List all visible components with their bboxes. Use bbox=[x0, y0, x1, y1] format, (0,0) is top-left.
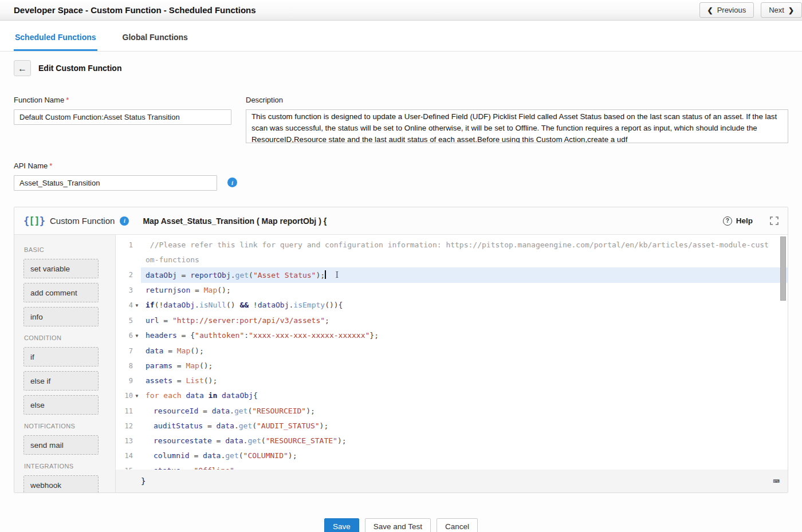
tool-set-variable[interactable]: set variable bbox=[23, 259, 99, 278]
tool-info[interactable]: info bbox=[23, 307, 99, 326]
fold-spacer bbox=[133, 448, 141, 463]
help-link[interactable]: Help bbox=[736, 216, 753, 225]
description-label: Description bbox=[246, 96, 788, 104]
tool-add-comment[interactable]: add comment bbox=[23, 283, 99, 302]
code-line-9[interactable]: 9assets = List(); bbox=[116, 373, 788, 388]
line-number-gutter: 1 bbox=[116, 238, 141, 267]
code-text[interactable]: url = "http://server:port/api/v3/assets"… bbox=[141, 313, 788, 328]
tool-if[interactable]: if bbox=[23, 347, 99, 367]
code-scroll-area[interactable]: 1 //Please refer this link for query and… bbox=[116, 235, 788, 470]
tool-else[interactable]: else bbox=[23, 395, 99, 415]
code-line-12[interactable]: 12auditStatus = data.get("AUDIT_STATUS")… bbox=[116, 419, 788, 434]
code-text[interactable]: headers = {"authtoken":"xxxx-xxx-xxx-xxx… bbox=[141, 328, 788, 344]
info-icon[interactable]: i bbox=[120, 216, 129, 226]
code-line-1[interactable]: 1 //Please refer this link for query and… bbox=[116, 238, 788, 267]
tool-send-mail[interactable]: send mail bbox=[23, 435, 99, 455]
code-line-2[interactable]: 2dataObj = reportObj.get("Asset Status")… bbox=[116, 267, 788, 283]
pagination-controls: ❮ Previous Next ❯ bbox=[699, 2, 802, 18]
tool-else-if[interactable]: else if bbox=[23, 371, 99, 391]
code-line-10[interactable]: 10▼for each data in dataObj{ bbox=[116, 388, 788, 404]
editor-scrollbar[interactable] bbox=[780, 237, 786, 301]
api-name-label: API Name* bbox=[14, 161, 217, 170]
line-number: 5 bbox=[129, 313, 133, 328]
line-number: 9 bbox=[129, 373, 133, 388]
code-line-8[interactable]: 8params = Map(); bbox=[116, 358, 788, 373]
code-line-6[interactable]: 6▼headers = {"authtoken":"xxxx-xxx-xxx-x… bbox=[116, 328, 788, 344]
code-text[interactable]: auditStatus = data.get("AUDIT_STATUS"); bbox=[141, 419, 788, 434]
previous-label: Previous bbox=[717, 6, 746, 14]
custom-function-icon: {[]} bbox=[23, 215, 45, 227]
code-line-13[interactable]: 13resourcestate = data.get("RESOURCE_STA… bbox=[116, 434, 788, 448]
code-text[interactable]: for each data in dataObj{ bbox=[141, 388, 788, 404]
code-text[interactable]: if(!dataObj.isNull() && !dataObj.isEmpty… bbox=[141, 298, 788, 313]
line-number-gutter: 5 bbox=[116, 313, 141, 328]
line-number-gutter: 12 bbox=[116, 419, 141, 434]
tab-bar: Scheduled Functions Global Functions bbox=[0, 21, 802, 52]
code-text[interactable]: dataObj = reportObj.get("Asset Status");… bbox=[141, 267, 788, 283]
line-number-gutter: 4▼ bbox=[116, 298, 141, 313]
line-number: 6 bbox=[129, 328, 133, 344]
fold-spacer bbox=[133, 419, 141, 434]
function-name-input[interactable] bbox=[14, 109, 231, 125]
code-text[interactable]: //Please refer this link for query and c… bbox=[141, 238, 788, 267]
api-name-block: API Name* bbox=[14, 161, 217, 191]
next-button[interactable]: Next ❯ bbox=[761, 2, 802, 18]
code-text[interactable]: params = Map(); bbox=[141, 358, 788, 373]
line-number: 10 bbox=[125, 388, 133, 404]
fullscreen-icon[interactable] bbox=[770, 216, 779, 225]
cancel-button[interactable]: Cancel bbox=[437, 518, 478, 532]
fold-arrow-icon[interactable]: ▼ bbox=[133, 388, 141, 404]
fold-arrow-icon[interactable]: ▼ bbox=[133, 328, 141, 344]
back-row: ← Edit Custom Function bbox=[14, 60, 788, 76]
function-name-label: Function Name* bbox=[14, 96, 231, 104]
description-block: Description This custom function is desi… bbox=[246, 96, 788, 145]
code-editor[interactable]: 1 //Please refer this link for query and… bbox=[116, 235, 788, 492]
fold-spacer bbox=[133, 267, 141, 283]
fold-arrow-icon[interactable]: ▼ bbox=[133, 298, 141, 313]
tab-scheduled-functions[interactable]: Scheduled Functions bbox=[14, 33, 97, 51]
main-content: ← Edit Custom Function Function Name* De… bbox=[0, 60, 802, 532]
code-text[interactable]: assets = List(); bbox=[141, 373, 788, 388]
line-number-gutter: 10▼ bbox=[116, 388, 141, 404]
code-line-5[interactable]: 5url = "http://server:port/api/v3/assets… bbox=[116, 313, 788, 328]
code-line-11[interactable]: 11resourceId = data.get("RESOURCEID"); bbox=[116, 404, 788, 419]
code-text[interactable]: resourceId = data.get("RESOURCEID"); bbox=[141, 404, 788, 419]
fold-spacer bbox=[133, 283, 141, 298]
panel-title: Custom Function bbox=[50, 216, 115, 226]
back-button[interactable]: ← bbox=[14, 60, 31, 76]
info-icon[interactable]: i bbox=[227, 178, 237, 187]
line-number: 7 bbox=[129, 344, 133, 358]
closing-brace: } bbox=[141, 476, 146, 486]
code-line-15[interactable]: 15status = "Offline"; bbox=[116, 463, 788, 470]
code-text[interactable]: returnjson = Map(); bbox=[141, 283, 788, 298]
code-text[interactable]: columnid = data.get("COLUMNID"); bbox=[141, 448, 788, 463]
code-line-3[interactable]: 3returnjson = Map(); bbox=[116, 283, 788, 298]
required-asterisk: * bbox=[49, 161, 52, 170]
code-text[interactable]: status = "Offline"; bbox=[141, 463, 788, 470]
tool-section-title: CONDITION bbox=[24, 334, 115, 341]
code-line-7[interactable]: 7data = Map(); bbox=[116, 344, 788, 358]
previous-button[interactable]: ❮ Previous bbox=[699, 2, 754, 18]
tool-section-title: BASIC bbox=[24, 246, 115, 253]
description-textarea[interactable]: This custom function is designed to upda… bbox=[246, 109, 788, 143]
code-line-4[interactable]: 4▼if(!dataObj.isNull() && !dataObj.isEmp… bbox=[116, 298, 788, 313]
code-text[interactable]: resourcestate = data.get("RESOURCE_STATE… bbox=[141, 434, 788, 448]
code-text[interactable]: data = Map(); bbox=[141, 344, 788, 358]
tab-global-functions[interactable]: Global Functions bbox=[121, 33, 189, 51]
title-bar: Developer Space - Custom Function - Sche… bbox=[0, 0, 802, 21]
line-number-gutter: 7 bbox=[116, 344, 141, 358]
line-number-gutter: 11 bbox=[116, 404, 141, 419]
help-group: ? Help bbox=[723, 216, 779, 226]
save-button[interactable]: Save bbox=[324, 518, 359, 532]
code-line-14[interactable]: 14columnid = data.get("COLUMNID"); bbox=[116, 448, 788, 463]
keyboard-icon[interactable]: ⌨ bbox=[773, 475, 780, 487]
save-and-test-button[interactable]: Save and Test bbox=[365, 518, 431, 532]
fold-spacer bbox=[133, 358, 141, 373]
fold-spacer bbox=[133, 434, 141, 448]
line-number: 8 bbox=[129, 358, 133, 373]
line-number-gutter: 14 bbox=[116, 448, 141, 463]
api-name-input[interactable] bbox=[14, 175, 217, 191]
line-number-gutter: 3 bbox=[116, 283, 141, 298]
tool-webhook[interactable]: webhook bbox=[23, 475, 99, 492]
line-number: 4 bbox=[129, 298, 133, 313]
